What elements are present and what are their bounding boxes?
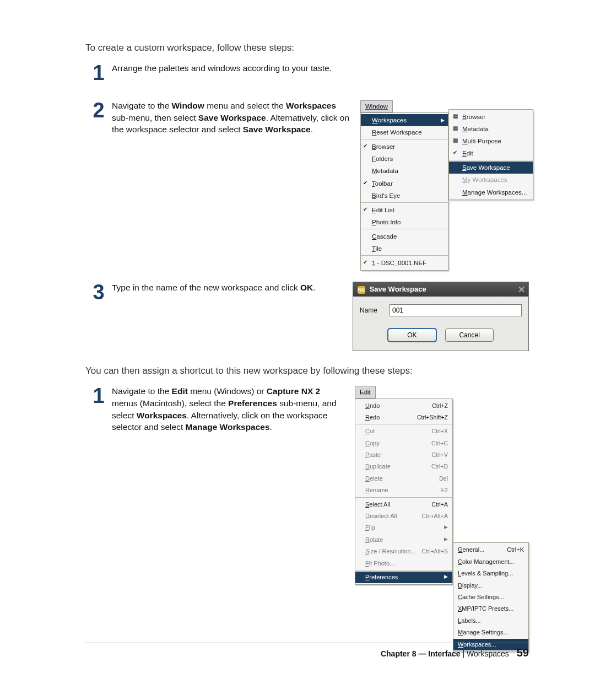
submenu-item[interactable]: ▦Metadata — [449, 123, 533, 135]
chevron-right-icon: ▶ — [441, 117, 445, 124]
step-a1: 1 Arrange the palettes and windows accor… — [85, 61, 529, 83]
menubar-edit[interactable]: Edit — [355, 386, 376, 398]
steps-group-a: 1 Arrange the palettes and windows accor… — [85, 61, 529, 351]
menu-item[interactable]: Photo Info — [361, 216, 448, 229]
submenu-item[interactable]: Manage Settings... — [453, 627, 528, 638]
app-icon: NX — [358, 286, 365, 294]
menu-item[interactable]: Size / Resolution...Ctrl+Alt+S — [355, 546, 452, 557]
menu-item[interactable]: ✔Toolbar — [361, 177, 448, 190]
page-footer: Chapter 8 — Interface | Workspaces 59 — [85, 643, 529, 659]
submenu-item[interactable]: General...Ctrl+K — [453, 544, 528, 556]
list-icon: ▦ — [451, 125, 459, 132]
submenu-item[interactable]: Labels... — [453, 615, 528, 627]
menu-item[interactable]: Select AllCtrl+A — [355, 499, 452, 510]
chevron-right-icon: ▶ — [444, 524, 448, 532]
check-icon: ✔ — [363, 179, 367, 187]
submenu-item[interactable]: Manage Workspaces... — [449, 186, 533, 198]
menu-item[interactable]: Deselect AllCtrl+Alt+A — [355, 510, 452, 522]
footer-section: Workspaces — [467, 649, 509, 658]
menu-item[interactable]: UndoCtrl+Z — [355, 400, 452, 412]
menu-item[interactable]: Cascade — [361, 230, 448, 243]
menu-item[interactable]: Flip▶ — [355, 522, 452, 534]
steps-group-b: 1 Navigate to the Edit menu (Windows) or… — [85, 384, 529, 585]
menu-item[interactable]: Preferences▶ — [355, 572, 452, 583]
workspace-name-input[interactable] — [390, 304, 522, 316]
submenu-item[interactable]: ✔Edit — [449, 147, 533, 160]
ok-button[interactable]: OK — [388, 329, 436, 342]
submenu-item[interactable]: XMP/IPTC Presets... — [453, 603, 528, 615]
menubar-window[interactable]: Window — [360, 100, 393, 112]
menu-item[interactable]: ✔1 - DSC_0001.NEF — [361, 257, 448, 269]
panel-icon: ▦ — [451, 137, 459, 144]
step-text: Arrange the palettes and windows accordi… — [112, 61, 529, 83]
menu-item[interactable]: Folders — [361, 153, 448, 165]
grid-icon: ▦ — [451, 112, 459, 120]
menu-item[interactable]: PasteCtrl+V — [355, 449, 452, 461]
submenu-item[interactable]: Color Management... — [453, 556, 528, 568]
page-number: 59 — [517, 647, 529, 659]
intro-text-2: You can then assign a shortcut to this n… — [85, 365, 529, 376]
step-b1: 1 Navigate to the Edit menu (Windows) or… — [85, 384, 529, 585]
menu-item[interactable]: Reset Workspace — [361, 126, 448, 139]
menu-item[interactable]: Metadata — [361, 165, 448, 177]
chevron-right-icon: ▶ — [444, 536, 448, 544]
step-number: 1 — [85, 384, 112, 585]
menu-item[interactable]: ✔Browser — [361, 141, 448, 153]
check-icon: ✔ — [451, 149, 459, 157]
step-number: 2 — [85, 99, 112, 271]
menu-item[interactable]: Workspaces▶ — [361, 114, 448, 126]
footer-chapter: Chapter 8 — Interface — [381, 649, 461, 658]
workspaces-submenu: ▦Browser▦Metadata▦Multi-Purpose✔EditSave… — [448, 109, 533, 200]
submenu-item: My Workspaces — [449, 174, 533, 186]
menu-item[interactable]: DeleteDel — [355, 473, 452, 484]
preferences-submenu: General...Ctrl+KColor Management...Level… — [453, 542, 529, 652]
check-icon: ✔ — [363, 206, 367, 213]
submenu-item[interactable]: Save Workspace — [449, 161, 533, 174]
close-icon[interactable]: ✕ — [518, 284, 525, 296]
menu-item[interactable]: ✔Edit List — [361, 204, 448, 216]
intro-text-1: To create a custom workspace, follow the… — [85, 42, 529, 53]
edit-dropdown: UndoCtrl+ZRedoCtrl+Shift+ZCutCtrl+XCopyC… — [355, 399, 453, 585]
document-page: To create a custom workspace, follow the… — [0, 0, 595, 700]
step-number: 1 — [85, 61, 112, 83]
submenu-item[interactable]: Levels & Sampling... — [453, 568, 528, 579]
step-number: 3 — [85, 281, 112, 351]
menu-item[interactable]: DuplicateCtrl+D — [355, 461, 452, 472]
footer-sep: | — [463, 649, 467, 658]
submenu-item[interactable]: Cache Settings... — [453, 591, 528, 603]
name-label: Name — [360, 306, 384, 315]
chevron-right-icon: ▶ — [444, 573, 448, 581]
menu-item[interactable]: Rotate▶ — [355, 534, 452, 546]
step-text: Type in the name of the new workspace an… — [112, 282, 344, 351]
submenu-item[interactable]: ▦Browser — [449, 111, 533, 123]
window-menu-figure: Window Workspaces▶Reset Workspace✔Browse… — [360, 100, 529, 271]
check-icon: ✔ — [363, 259, 367, 266]
step-text: Navigate to the Window menu and select t… — [112, 100, 351, 271]
menu-item[interactable]: RenameF2 — [355, 484, 452, 497]
step-a3: 3 Type in the name of the new workspace … — [85, 281, 529, 351]
menu-item[interactable]: RedoCtrl+Shift+Z — [355, 412, 452, 424]
menu-item[interactable]: CutCtrl+X — [355, 426, 452, 437]
step-text: Navigate to the Edit menu (Windows) or C… — [112, 385, 346, 585]
menu-item[interactable]: Fit Photo... — [355, 558, 452, 570]
step-a2: 2 Navigate to the Window menu and select… — [85, 99, 529, 271]
dialog-title-text: Save Workspace — [370, 285, 426, 293]
menu-item[interactable]: Bird's Eye — [361, 190, 448, 203]
menu-item[interactable]: CopyCtrl+C — [355, 438, 452, 449]
edit-menu-figure: Edit UndoCtrl+ZRedoCtrl+Shift+ZCutCtrl+X… — [355, 385, 529, 585]
dialog-titlebar: NX Save Workspace ✕ — [353, 282, 528, 297]
window-dropdown: Workspaces▶Reset Workspace✔BrowserFolder… — [360, 112, 448, 271]
menu-item[interactable]: Tile — [361, 243, 448, 256]
submenu-item[interactable]: Display... — [453, 580, 528, 591]
check-icon: ✔ — [363, 142, 367, 150]
submenu-item[interactable]: ▦Multi-Purpose — [449, 135, 533, 147]
save-workspace-dialog: NX Save Workspace ✕ Name OK Cancel — [353, 282, 529, 351]
cancel-button[interactable]: Cancel — [445, 329, 494, 342]
